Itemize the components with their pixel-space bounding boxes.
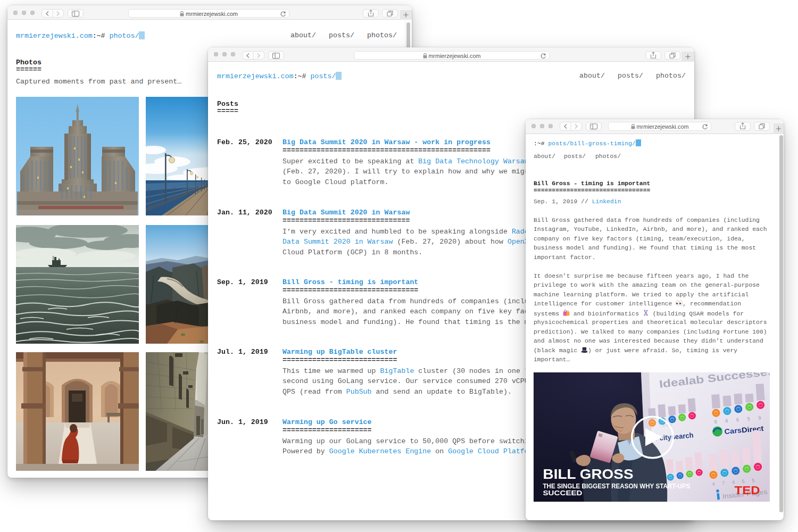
svg-text:SUCCEED: SUCCEED [543,489,583,497]
svg-text:TED: TED [735,484,760,497]
svg-text:BILL GROSS: BILL GROSS [543,467,634,481]
